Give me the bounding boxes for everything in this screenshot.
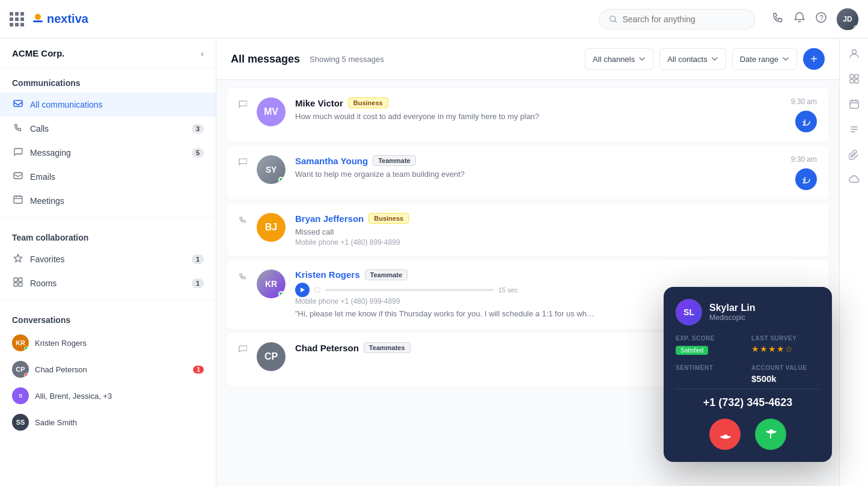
reply-button-samantha[interactable]: [795, 168, 817, 190]
play-icon-kristen: [299, 287, 305, 293]
right-sidebar: [839, 38, 868, 486]
conv-name-chad: Chad Peterson: [35, 365, 187, 374]
bell-icon[interactable]: [793, 11, 805, 26]
channels-filter[interactable]: All channels: [585, 48, 653, 70]
call-contact-company: Mediscopic: [709, 313, 755, 322]
meetings-icon: [12, 195, 24, 207]
message-card-bryan[interactable]: BJ Bryan Jefferson Business Missed call …: [226, 203, 830, 257]
nav-item-rooms[interactable]: Rooms 1: [0, 271, 216, 295]
rooms-label: Rooms: [30, 278, 186, 288]
call-phone-number: +1 (732) 345-4623: [676, 396, 820, 409]
emails-label: Emails: [30, 172, 204, 182]
message-card-samantha[interactable]: SY Samantha Young Teammate Want to help …: [226, 145, 830, 200]
conv-item-alli[interactable]: S Alli, Brent, Jessica, +3: [0, 383, 216, 409]
meetings-label: Meetings: [30, 196, 204, 206]
phone-icon[interactable]: [772, 11, 784, 26]
attachment-icon[interactable]: [849, 149, 860, 162]
task-list-icon[interactable]: [849, 124, 860, 137]
svg-marker-16: [301, 288, 305, 292]
voicemail-text-kristen: "Hi, please let me know if this Thursday…: [295, 308, 596, 320]
decline-call-button[interactable]: [709, 419, 741, 450]
nav-item-favorites[interactable]: Favorites 1: [0, 247, 216, 271]
nav-item-meetings[interactable]: Meetings: [0, 189, 216, 213]
nav-item-calls[interactable]: Calls 3: [0, 117, 216, 141]
conv-item-chad[interactable]: CP Chad Peterson 1: [0, 356, 216, 383]
sidebar-header: ACME Corp. ‹: [0, 38, 216, 69]
cloud-icon[interactable]: [849, 174, 860, 188]
logo-text: nextiva: [47, 12, 88, 26]
messaging-label: Messaging: [30, 148, 186, 158]
grid-view-icon[interactable]: [849, 73, 860, 87]
avatar-samantha: SY: [257, 155, 286, 184]
conv-name-kristen: Kristen Rogers: [35, 339, 204, 348]
message-card-mike[interactable]: MV Mike Victor Business How much would i…: [226, 87, 830, 143]
channels-chevron-icon: [638, 55, 646, 63]
logo-icon: [31, 13, 44, 26]
date-filter-label: Date range: [740, 55, 778, 64]
calendar-icon[interactable]: [849, 99, 860, 112]
svg-rect-1: [33, 20, 43, 22]
help-icon[interactable]: ?: [815, 11, 827, 26]
rooms-icon: [12, 277, 24, 289]
accept-call-button[interactable]: [755, 419, 786, 450]
nav-item-all-communications[interactable]: All communications: [0, 93, 216, 117]
contacts-chevron-icon: [711, 55, 718, 63]
svg-rect-14: [14, 283, 17, 286]
audio-progress-bar: [325, 289, 494, 291]
contact-profile-icon[interactable]: [849, 48, 860, 61]
call-contact-avatar: SL: [676, 299, 702, 325]
date-filter[interactable]: Date range: [732, 48, 797, 70]
grid-menu-icon[interactable]: [10, 12, 24, 26]
msg-tag-mike: Business: [348, 97, 388, 108]
favorites-label: Favorites: [30, 254, 186, 264]
call-actions: [676, 419, 820, 450]
call-contact-details: Skylar Lin Mediscopic: [709, 303, 755, 322]
conv-avatar-sadie: SS: [12, 414, 29, 431]
svg-rect-21: [855, 79, 858, 83]
nav-item-emails[interactable]: Emails: [0, 165, 216, 189]
channel-icon-mike: [239, 100, 247, 110]
msg-text-mike: How much would it cost to add everyone i…: [295, 111, 632, 123]
conv-item-kristen[interactable]: KR Kristen Rogers: [0, 330, 216, 356]
svg-marker-11: [14, 254, 22, 262]
channel-icon-chad: [239, 345, 247, 355]
channels-filter-label: All channels: [593, 55, 635, 64]
add-message-button[interactable]: +: [803, 48, 825, 70]
msg-name-chad: Chad Peterson: [295, 343, 359, 353]
sentiment-label: SENTIMENT: [676, 364, 744, 371]
header-filters: All channels All contacts Date range +: [585, 48, 825, 70]
play-button-kristen[interactable]: [295, 283, 310, 297]
conv-avatar-kristen: KR: [12, 334, 29, 351]
account-value-block: ACCOUNT VALUE $500k: [751, 364, 820, 384]
user-avatar[interactable]: JD: [837, 8, 858, 30]
svg-rect-18: [850, 75, 854, 78]
contacts-filter[interactable]: All contacts: [659, 48, 726, 70]
all-comms-icon: [12, 99, 24, 111]
collapse-button[interactable]: ‹: [201, 49, 204, 58]
conv-item-sadie[interactable]: SS Sadie Smith: [0, 409, 216, 435]
msg-top-bryan: Bryan Jefferson Business: [295, 213, 807, 224]
msg-tag-samantha: Teammate: [373, 155, 416, 166]
communications-section-label: Communications: [0, 69, 216, 93]
rooms-badge: 1: [192, 278, 204, 288]
svg-rect-7: [14, 173, 22, 179]
search-input[interactable]: [622, 14, 745, 24]
date-chevron-icon: [782, 55, 789, 63]
search-bar[interactable]: [599, 9, 755, 29]
call-contact-info: SL Skylar Lin Mediscopic: [676, 299, 820, 325]
msg-sub-bryan: Mobile phone +1 (480) 899-4899: [295, 238, 807, 247]
nav-item-messaging[interactable]: Messaging 5: [0, 141, 216, 165]
messages-count: Showing 5 messages: [310, 55, 384, 64]
reply-button-mike[interactable]: [795, 111, 817, 132]
contacts-filter-label: All contacts: [667, 55, 707, 64]
online-status-dot: [854, 25, 858, 30]
msg-tag-bryan: Business: [368, 213, 409, 224]
msg-time-samantha: 9:30 am: [791, 155, 817, 164]
all-comms-label: All communications: [30, 100, 204, 109]
calls-icon: [12, 123, 24, 135]
avatar-kristen: KR: [257, 269, 286, 298]
avatar-mike: MV: [257, 97, 286, 126]
conv-badge-chad: 1: [193, 366, 204, 374]
call-card: SL Skylar Lin Mediscopic EXP. SCORE Sati…: [664, 287, 832, 462]
conv-name-sadie: Sadie Smith: [35, 418, 204, 427]
